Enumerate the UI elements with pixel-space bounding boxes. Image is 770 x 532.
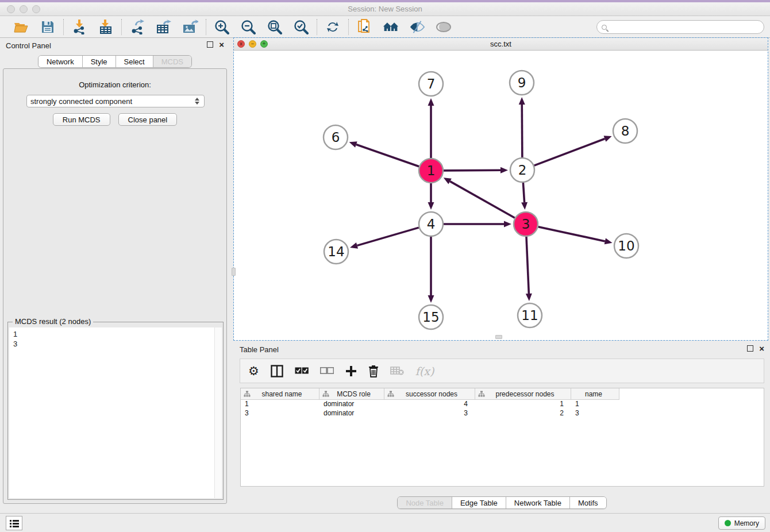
import-network-icon[interactable] [71, 19, 87, 35]
tab-edge-table[interactable]: Edge Table [452, 497, 506, 508]
export-image-icon[interactable] [182, 19, 198, 35]
column-header-shared-name[interactable]: shared name [241, 388, 319, 400]
refresh-icon[interactable] [325, 19, 341, 35]
splitter-grip[interactable] [495, 335, 502, 339]
delete-column-icon[interactable] [368, 364, 379, 378]
column-header-mcds-role[interactable]: MCDS role [319, 388, 384, 400]
search-field[interactable] [596, 20, 764, 34]
graph-edge[interactable] [357, 228, 418, 245]
graph-edge-arrow [504, 221, 511, 228]
graph-edge[interactable] [450, 182, 515, 218]
window-title: Session: New Session [0, 5, 770, 13]
cell-shared-name[interactable]: 3 [241, 409, 319, 418]
graph-edge-arrow [349, 141, 357, 147]
column-type-icon [478, 391, 485, 398]
zoom-in-icon[interactable] [214, 19, 230, 35]
zoom-out-icon[interactable] [240, 19, 256, 35]
graph-edge[interactable] [444, 170, 500, 171]
graph-edge[interactable] [526, 237, 529, 294]
cell-shared-name[interactable]: 1 [241, 400, 319, 409]
graph-edge-arrow [428, 202, 434, 210]
column-header-successor-nodes[interactable]: successor nodes [384, 388, 475, 400]
app-titlebar: Session: New Session [0, 2, 770, 16]
close-panel-button[interactable]: Close panel [118, 113, 178, 126]
graph-edge[interactable] [534, 138, 605, 165]
apply-function-icon[interactable]: f(x) [415, 364, 434, 378]
split-columns-icon[interactable] [271, 364, 283, 378]
cell-mcds-role[interactable]: dominator [319, 400, 384, 409]
graph-node-label: 14 [328, 244, 344, 259]
graph-edge[interactable] [522, 105, 522, 157]
status-bar: Memory [0, 513, 770, 532]
float-panel-icon[interactable] [747, 345, 753, 352]
tab-select[interactable]: Select [116, 56, 153, 67]
add-column-icon[interactable] [345, 364, 357, 378]
result-scrollbar[interactable] [214, 327, 222, 498]
tab-style[interactable]: Style [82, 56, 116, 67]
close-panel-icon[interactable]: × [759, 345, 764, 352]
graph-node-label: 10 [618, 238, 634, 253]
network-graph: 7968124314101511 [234, 51, 768, 340]
network-canvas[interactable]: 7968124314101511 [234, 51, 768, 340]
table-row[interactable]: 3 dominator 3 2 3 [241, 409, 764, 418]
mcds-result-box: MCDS result (2 nodes) 1 3 [7, 322, 224, 500]
cell-name[interactable]: 1 [571, 400, 619, 409]
close-panel-icon[interactable]: × [219, 41, 224, 48]
first-neighbors-icon[interactable] [383, 19, 399, 35]
table-row[interactable]: 1 dominator 4 1 1 [241, 400, 764, 409]
table-settings-icon[interactable]: ⚙ [248, 364, 259, 378]
graph-edge-arrow [519, 97, 525, 105]
criterion-dropdown[interactable]: strongly connected component [26, 95, 205, 107]
zoom-selected-icon[interactable] [293, 19, 309, 35]
table-toolbar: ⚙ f(x) [240, 358, 764, 383]
save-session-icon[interactable] [40, 19, 56, 35]
splitter-grip[interactable] [232, 268, 236, 276]
tab-network[interactable]: Network [38, 56, 82, 67]
tab-node-table[interactable]: Node Table [398, 497, 452, 508]
cell-successor-nodes[interactable]: 4 [384, 400, 475, 409]
criterion-value: strongly connected component [30, 97, 195, 106]
graph-edge-arrow [521, 202, 528, 210]
graph-node-label: 6 [332, 130, 340, 145]
select-all-icon[interactable] [295, 364, 309, 378]
tab-motifs[interactable]: Motifs [569, 497, 606, 508]
cell-successor-nodes[interactable]: 3 [384, 409, 475, 418]
mcds-result-title: MCDS result (2 nodes) [13, 317, 93, 326]
zoom-fit-icon[interactable] [267, 19, 283, 35]
memory-button[interactable]: Memory [718, 516, 765, 530]
control-panel: Control Panel × Network Style Select MCD… [0, 38, 230, 510]
cell-name[interactable]: 3 [571, 409, 619, 418]
export-network-icon[interactable] [129, 19, 145, 35]
graph-edge[interactable] [538, 227, 605, 241]
run-mcds-button[interactable]: Run MCDS [53, 113, 110, 126]
graph-node-label: 9 [518, 75, 526, 90]
network-view-titlebar[interactable]: x − + scc.txt [234, 38, 768, 51]
search-icon [602, 25, 607, 30]
float-panel-icon[interactable] [207, 41, 213, 48]
column-header-name[interactable]: name [571, 388, 619, 400]
clone-network-icon[interactable] [356, 19, 372, 35]
import-table-icon[interactable] [98, 19, 114, 35]
graph-edge[interactable] [356, 145, 419, 167]
graph-edge[interactable] [523, 183, 524, 202]
eye-icon[interactable] [436, 19, 452, 35]
cell-mcds-role[interactable]: dominator [319, 409, 384, 418]
export-table-icon[interactable] [156, 19, 172, 35]
dropdown-stepper-icon [195, 98, 201, 105]
delete-table-icon[interactable] [390, 364, 404, 378]
open-session-icon[interactable] [13, 19, 29, 35]
cell-predecessor-nodes[interactable]: 2 [475, 409, 571, 418]
table-header-row: shared name MCDS role successor nodes pr… [241, 388, 764, 400]
graph-node-label: 8 [621, 124, 630, 138]
task-history-button[interactable] [6, 516, 22, 530]
tab-mcds[interactable]: MCDS [153, 56, 191, 67]
deselect-all-icon[interactable] [320, 364, 334, 378]
tab-network-table[interactable]: Network Table [506, 497, 569, 508]
graph-edge-arrow [428, 98, 434, 106]
search-input[interactable] [607, 21, 764, 33]
task-list-icon [10, 519, 19, 527]
cell-predecessor-nodes[interactable]: 1 [475, 400, 571, 409]
toggle-graphics-details-icon[interactable] [409, 19, 425, 35]
column-header-predecessor-nodes[interactable]: predecessor nodes [475, 388, 571, 400]
mcds-result-text[interactable]: 1 3 [9, 327, 214, 498]
